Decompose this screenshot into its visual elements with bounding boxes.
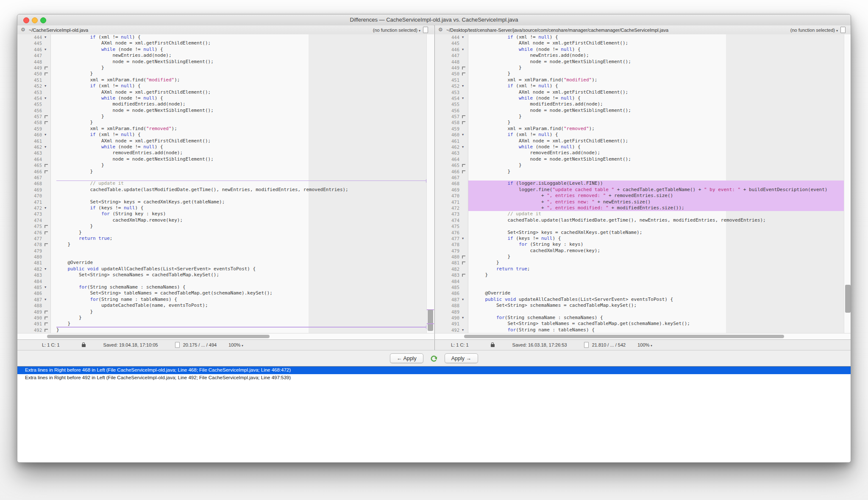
document-icon[interactable] [423,27,428,33]
fold-end-icon[interactable] [462,114,468,119]
code-text: } [474,114,522,119]
right-code-area[interactable]: 444▼ if (xml != null) {445 AXml node = x… [435,34,851,339]
line-number: 463 [17,150,42,156]
chevron-down-icon[interactable]: ▾ [419,29,420,33]
fold-end-icon[interactable] [45,309,50,315]
code-text: // update it [56,181,124,186]
fold-end-icon[interactable] [45,242,50,247]
chevron-down-icon[interactable]: ▾ [242,344,243,347]
fold-collapse-icon[interactable]: ▼ [462,47,468,53]
fold-gutter [462,193,468,199]
line-number: 472 [17,205,42,211]
fold-collapse-icon[interactable]: ▼ [45,34,50,40]
line-number: 457 [435,114,459,119]
code-line-475: 475 } [17,223,427,229]
fold-gutter [462,101,468,107]
fold-end-icon[interactable] [45,169,50,175]
apply-left-button[interactable]: ← Apply [390,353,423,363]
fold-collapse-icon[interactable]: ▼ [462,236,468,242]
fold-gutter [462,89,468,95]
fold-collapse-icon[interactable]: ▼ [462,297,468,303]
code-text: } [56,230,82,236]
document-icon [175,342,180,348]
fold-end-icon[interactable] [45,119,50,125]
diff-list-item[interactable]: Extra lines in Right before 468 in Left … [17,367,851,374]
document-icon[interactable] [840,27,846,33]
fold-gutter [45,272,50,278]
fold-end-icon[interactable] [462,71,468,77]
code-line-481: 481 } [435,260,844,266]
line-number: 457 [17,114,42,119]
left-code-area[interactable]: 444▼ if (xml != null) {445 AXml node = x… [17,34,434,339]
vertical-scrollbar-thumb[interactable] [845,285,851,313]
fold-end-icon[interactable] [462,65,468,71]
code-text: + ", entries new: " + newEntries.size() [474,199,651,205]
horizontal-scrollbar-thumb[interactable] [464,335,784,338]
horizontal-scrollbar[interactable] [435,333,851,339]
fold-collapse-icon[interactable]: ▼ [462,144,468,150]
fold-gutter [45,187,50,193]
fold-collapse-icon[interactable]: ▼ [45,144,50,150]
code-text: updateCachedTable(name, eventsToPost); [56,303,208,308]
line-number: 461 [435,138,459,144]
fold-end-icon[interactable] [45,114,50,119]
apply-right-button[interactable]: Apply → [445,353,478,363]
fold-end-icon[interactable] [45,162,50,168]
fold-end-icon[interactable] [462,272,468,278]
vertical-scrollbar-thumb[interactable] [428,310,433,331]
code-line-485: 485 [435,284,844,290]
gear-icon[interactable]: ⚙ [438,25,443,34]
fold-collapse-icon[interactable]: ▼ [45,83,50,89]
fold-end-icon[interactable] [462,162,468,168]
code-line-465: 465 } [435,162,844,168]
fold-gutter [45,89,50,95]
undo-icon[interactable] [429,354,439,363]
fold-collapse-icon[interactable]: ▼ [462,315,468,321]
fold-collapse-icon[interactable]: ▼ [462,132,468,138]
fold-collapse-icon[interactable]: ▼ [45,297,50,303]
chevron-down-icon[interactable]: ▾ [651,344,652,347]
diff-list-item[interactable]: Extra lines in Right before 492 in Left … [17,374,851,382]
fold-end-icon[interactable] [45,321,50,327]
fold-collapse-icon[interactable]: ▼ [462,327,468,333]
gear-icon[interactable]: ⚙ [21,25,25,34]
zoom-level[interactable]: 100% [637,342,649,347]
fold-collapse-icon[interactable]: ▼ [462,34,468,40]
fold-collapse-icon[interactable]: ▼ [45,266,50,272]
lock-icon[interactable] [491,344,495,347]
code-text: xml = xmlParam.find("removed"); [56,126,177,132]
fold-collapse-icon[interactable]: ▼ [45,284,50,290]
line-number: 465 [435,162,459,168]
left-status-bar: L: 1 C: 1 Saved: 19.04.18, 17:10:05 20.1… [17,339,434,350]
fold-end-icon[interactable] [45,65,50,71]
horizontal-scrollbar[interactable] [17,333,434,339]
lock-icon[interactable] [82,344,86,347]
fold-collapse-icon[interactable]: ▼ [45,95,50,101]
fold-end-icon[interactable] [45,230,50,236]
fold-end-icon[interactable] [45,315,50,321]
fold-end-icon[interactable] [45,223,50,229]
vertical-scrollbar[interactable] [844,34,851,333]
title-bar[interactable]: Differences — CacheServiceImpl-old.java … [17,14,851,26]
fold-collapse-icon[interactable]: ▼ [462,83,468,89]
fold-end-icon[interactable] [462,119,468,125]
code-line-467: 467 [17,175,427,181]
fold-collapse-icon[interactable]: ▼ [45,205,50,211]
fold-end-icon[interactable] [45,327,50,333]
fold-collapse-icon[interactable]: ▼ [45,132,50,138]
fold-end-icon[interactable] [462,260,468,266]
line-number: 492 [17,327,42,333]
fold-end-icon[interactable] [45,71,50,77]
vertical-scrollbar[interactable] [426,34,434,333]
fold-end-icon[interactable] [462,169,468,175]
fold-collapse-icon[interactable]: ▼ [462,95,468,101]
fold-collapse-icon[interactable]: ▼ [45,47,50,53]
function-selector[interactable]: (no function selected) [790,28,835,33]
function-selector[interactable]: (no function selected) [373,28,417,33]
fold-end-icon[interactable] [462,254,468,260]
code-text: if (xml != null) { [56,83,141,89]
zoom-level[interactable]: 100% [228,342,240,347]
line-number: 466 [17,169,42,175]
chevron-down-icon[interactable]: ▾ [836,29,838,33]
horizontal-scrollbar-thumb[interactable] [47,335,270,338]
